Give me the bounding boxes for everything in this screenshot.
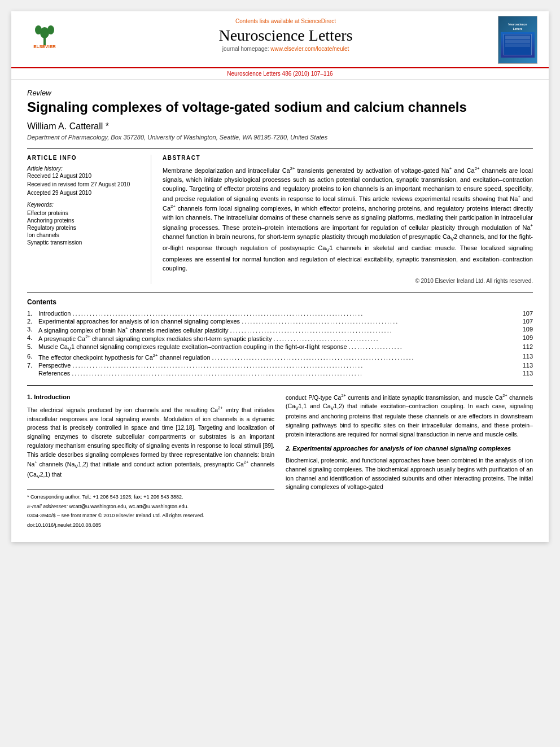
contents-num-1: 1. <box>27 309 38 317</box>
footnote-issn: 0304-3940/$ – see front matter © 2010 El… <box>27 512 274 520</box>
contents-label-1: Introduction ...........................… <box>38 309 516 317</box>
footnote-star: * Corresponding author. Tel.: +1 206 543… <box>27 493 274 501</box>
footnote-doi: doi:10.1016/j.neulet.2010.08.085 <box>27 522 274 530</box>
contents-num-ref <box>27 369 38 377</box>
svg-point-3 <box>35 25 42 34</box>
homepage-url[interactable]: www.elsevier.com/locate/neulet <box>270 46 349 52</box>
footnote-area: * Corresponding author. Tel.: +1 206 543… <box>27 490 274 529</box>
section2-heading: 2. Experimental approaches for analysis … <box>286 444 533 453</box>
sciencedirect-line: Contents lists available at ScienceDirec… <box>73 18 498 24</box>
contents-row-5: 5. Muscle CaV1 channel signaling complex… <box>27 343 533 352</box>
footnote-email-label: E-mail addresses: <box>27 504 68 509</box>
article-info-column: ARTICLE INFO Article history: Received 1… <box>27 155 151 284</box>
contents-page-1: 107 <box>516 309 533 317</box>
contents-row-7: 7. Perspective .........................… <box>27 361 533 369</box>
body-left-col: 1. Introduction The electrical signals p… <box>27 392 274 531</box>
keyword-1: Effector proteins <box>27 210 145 216</box>
history-label: Article history: <box>27 165 145 172</box>
footnote-emails: E-mail addresses: wcatt@u.washington.edu… <box>27 503 274 511</box>
contents-row-3: 3. A signaling complex of brain Na+ chan… <box>27 325 533 334</box>
keyword-4: Ion channels <box>27 232 145 238</box>
section1-text2: conduct P/Q-type Ca2+ currents and initi… <box>286 392 533 439</box>
contents-label-2: Experimental approaches for analysis of … <box>38 317 516 325</box>
received2: Received in revised form 27 August 2010 <box>27 181 145 187</box>
contents-row-1: 1. Introduction ........................… <box>27 309 533 317</box>
svg-text:ELSEVIER: ELSEVIER <box>33 44 56 49</box>
article-title: Signaling complexes of voltage-gated sod… <box>27 99 533 116</box>
keyword-2: Anchoring proteins <box>27 217 145 224</box>
header-left: ELSEVIER <box>23 16 73 50</box>
contents-num-2: 2. <box>27 317 38 325</box>
elsevier-logo: ELSEVIER <box>23 16 68 50</box>
accepted: Accepted 29 August 2010 <box>27 190 145 196</box>
sciencedirect-link[interactable]: ScienceDirect <box>301 18 336 24</box>
article-type: Review <box>27 89 533 97</box>
contents-num-3: 3. <box>27 325 38 334</box>
body-two-col: 1. Introduction The electrical signals p… <box>27 385 533 531</box>
page: ELSEVIER Contents lists available at Sci… <box>11 11 549 542</box>
keyword-5: Synaptic transmission <box>27 239 145 246</box>
journal-header: ELSEVIER Contents lists available at Sci… <box>11 11 549 68</box>
contents-row-4: 4. A presynaptic Ca2+ channel signaling … <box>27 334 533 343</box>
section1-heading: 1. Introduction <box>27 392 274 402</box>
contents-section: Contents 1. Introduction ...............… <box>27 292 533 377</box>
section2-text1: Biochemical, proteomic, and functional a… <box>286 456 533 492</box>
author-affiliation: Department of Pharmacology, Box 357280, … <box>27 134 533 141</box>
journal-homepage: journal homepage: www.elsevier.com/locat… <box>73 46 498 52</box>
contents-page-7: 113 <box>516 361 533 369</box>
journal-center: Contents lists available at ScienceDirec… <box>73 16 498 52</box>
abstract-column: ABSTRACT Membrane depolarization and int… <box>163 155 533 284</box>
content-area: Review Signaling complexes of voltage-ga… <box>11 80 549 542</box>
contents-label-6: The effector checkpoint hypothesis for C… <box>38 352 516 361</box>
article-history: Article history: Received 12 August 2010… <box>27 165 145 196</box>
contents-label-3: A signaling complex of brain Na+ channel… <box>38 325 516 334</box>
svg-point-4 <box>47 25 54 34</box>
contents-label-7: Perspective ............................… <box>38 361 516 369</box>
journal-thumbnail: Neuroscience Letters <box>498 16 537 64</box>
copyright-line: © 2010 Elsevier Ireland Ltd. All rights … <box>163 278 533 284</box>
contents-page-ref: 113 <box>516 369 533 377</box>
contents-num-6: 6. <box>27 352 38 361</box>
contents-page-4: 109 <box>516 334 533 343</box>
contents-label-5: Muscle CaV1 channel signaling complexes … <box>38 343 516 352</box>
contents-num-7: 7. <box>27 361 38 369</box>
abstract-heading: ABSTRACT <box>163 155 533 161</box>
contents-label-ref: References .............................… <box>38 369 516 377</box>
article-info-abstract: ARTICLE INFO Article history: Received 1… <box>27 148 533 284</box>
abstract-text: Membrane depolarization and intracellula… <box>163 165 533 273</box>
contents-num-5: 5. <box>27 343 38 352</box>
contents-row-ref: References .............................… <box>27 369 533 377</box>
section1-text1: The electrical signals produced by ion c… <box>27 405 274 480</box>
journal-name-heading: Neuroscience Letters <box>73 27 498 45</box>
contents-label-4: A presynaptic Ca2+ channel signaling com… <box>38 334 516 343</box>
contents-table: 1. Introduction ........................… <box>27 309 533 377</box>
keyword-3: Regulatory proteins <box>27 225 145 231</box>
journal-ref: Neuroscience Letters 486 (2010) 107–116 <box>11 68 549 80</box>
contents-heading: Contents <box>27 298 533 306</box>
body-right-col: conduct P/Q-type Ca2+ currents and initi… <box>286 392 533 531</box>
article-info-heading: ARTICLE INFO <box>27 155 145 161</box>
contents-row-2: 2. Experimental approaches for analysis … <box>27 317 533 325</box>
footnote-emails-text: wcatt@u.washington.edu, wc.att@u.washing… <box>69 504 189 509</box>
contents-page-3: 109 <box>516 325 533 334</box>
contents-num-4: 4. <box>27 334 38 343</box>
contents-page-6: 113 <box>516 352 533 361</box>
keywords-list: Effector proteins Anchoring proteins Reg… <box>27 210 145 246</box>
author-name: William A. Catterall * <box>27 121 533 132</box>
contents-row-6: 6. The effector checkpoint hypothesis fo… <box>27 352 533 361</box>
contents-page-2: 107 <box>516 317 533 325</box>
contents-page-5: 112 <box>516 343 533 352</box>
received1: Received 12 August 2010 <box>27 173 145 179</box>
keywords-heading: Keywords: <box>27 202 145 208</box>
